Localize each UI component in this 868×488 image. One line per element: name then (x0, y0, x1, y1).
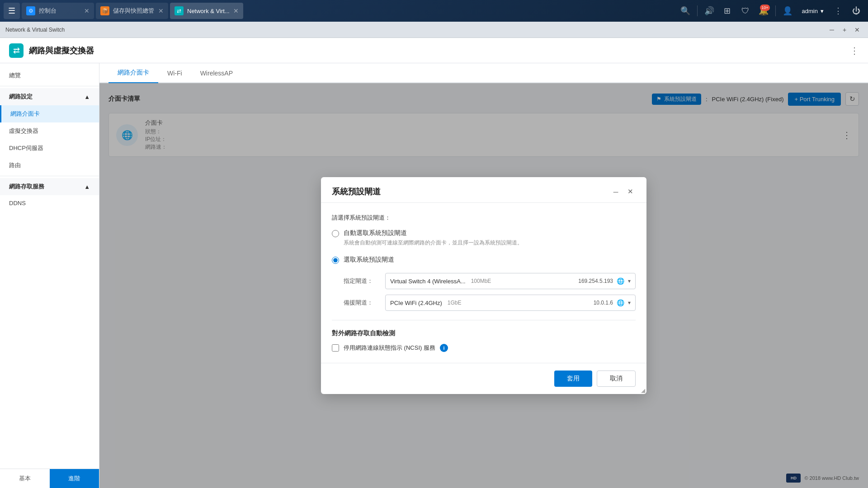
network-tab-close[interactable]: ✕ (233, 7, 239, 14)
window-maximize-button[interactable]: + (839, 24, 850, 35)
taskbar-tab-network[interactable]: ⇄ Network & Virt... ✕ (170, 3, 243, 19)
primary-speed: 100MbE (471, 278, 491, 284)
volume-button[interactable]: 🔊 (701, 3, 717, 19)
modal-instruction: 請選擇系統預設閘道： (332, 214, 636, 222)
radio-manual-input[interactable] (332, 257, 339, 264)
storage-tab-icon: 📦 (100, 6, 109, 15)
search-button[interactable]: 🔍 (677, 3, 693, 19)
taskbar-tabs: ⚙ 控制台 ✕ 📦 儲存與快照總管 ✕ ⇄ Network & Virt... … (22, 3, 675, 19)
window-titlebar: Network & Virtual Switch ─ + ✕ (0, 22, 868, 38)
app-header-icon: ⇄ (9, 43, 24, 58)
radio-manual-label[interactable]: 選取系統預設閘道 (344, 256, 394, 264)
sidebar-item-ddns[interactable]: DDNS (0, 195, 99, 211)
radio-auto-label[interactable]: 自動選取系統預設閘道 (344, 229, 523, 237)
username-label: admin (802, 8, 818, 14)
ncsi-info-icon[interactable]: i (440, 344, 448, 352)
chevron-up-icon-2: ▲ (84, 183, 90, 190)
window-title: Network & Virtual Switch (5, 27, 823, 33)
backup-ip: 10.0.1.6 (594, 300, 613, 306)
sidebar-item-network-settings[interactable]: 網路設定 ▲ (0, 88, 99, 105)
window-close-button[interactable]: ✕ (852, 24, 863, 35)
sidebar-item-network-access[interactable]: 網路存取服務 ▲ (0, 178, 99, 195)
primary-name: Virtual Switch 4 (WirelessA... (390, 278, 466, 285)
modal-divider (332, 320, 636, 320)
sidebar-item-virtual-switch[interactable]: 虛擬交換器 (0, 122, 99, 140)
modal-title: 系統預設閘道 (332, 186, 381, 197)
power-button[interactable]: ⏻ (848, 3, 864, 19)
divider2 (775, 5, 776, 16)
network-tab-icon: ⇄ (175, 6, 184, 15)
radio-auto-input[interactable] (332, 230, 339, 237)
user-icon-button[interactable]: 👤 (779, 3, 796, 19)
tab-wifi[interactable]: Wi-Fi (158, 64, 191, 83)
layers-button[interactable]: ⊞ (719, 3, 736, 19)
ncsi-checkbox[interactable] (332, 344, 339, 352)
sidebar-separator-1 (0, 86, 99, 86)
tabs-bar: 網路介面卡 Wi-Fi WirelessAP (99, 63, 868, 83)
control-tab-label: 控制台 (39, 7, 57, 15)
modal-dialog: 系統預設閘道 ─ ✕ 請選擇系統預設閘道： (321, 177, 646, 394)
window-area: Network & Virtual Switch ─ + ✕ ⇄ 網路與虛擬交換… (0, 22, 868, 488)
primary-gateway-select[interactable]: Virtual Switch 4 (WirelessA... 100MbE 16… (385, 273, 636, 289)
radio-auto-content: 自動選取系統預設閘道 系統會自動偵測可連線至網際網路的介面卡，並且擇一設為系統預… (344, 229, 523, 247)
cancel-button[interactable]: 取消 (597, 371, 636, 387)
radio-option-manual: 選取系統預設閘道 (332, 256, 636, 264)
network-tab-label: Network & Virt... (187, 8, 230, 14)
backup-gateway-row: 備援閘道： PCIe WiFi (2.4GHz) 1GbE 10.0.1.6 🌐 (332, 295, 636, 311)
backup-speed: 1GbE (448, 300, 462, 306)
window-minimize-button[interactable]: ─ (826, 24, 837, 35)
taskbar-tab-storage[interactable]: 📦 儲存與快照總管 ✕ (96, 3, 168, 19)
taskbar-menu-button[interactable]: ☰ (4, 3, 20, 19)
shield-button[interactable]: 🛡 (737, 3, 754, 19)
radio-option-auto: 自動選取系統預設閘道 系統會自動偵測可連線至網際網路的介面卡，並且擇一設為系統預… (332, 229, 636, 247)
radio-auto-desc: 系統會自動偵測可連線至網際網路的介面卡，並且擇一設為系統預設閘道。 (344, 239, 523, 247)
more-options-button[interactable]: ⋮ (830, 3, 846, 19)
sidebar-nav: 總覽 網路設定 ▲ 網路介面卡 虛擬交換器 DHCP伺服器 (0, 63, 99, 215)
sidebar-basic-button[interactable]: 基本 (0, 469, 50, 488)
backup-globe-icon: 🌐 (617, 299, 624, 306)
sidebar-item-overview[interactable]: 總覽 (0, 67, 99, 84)
user-menu[interactable]: admin ▾ (797, 8, 828, 14)
sidebar-footer: 基本 進階 (0, 469, 99, 488)
resize-handle[interactable]: ◢ (639, 387, 646, 394)
ncsi-checkbox-label[interactable]: 停用網路連線狀態指示 (NCSI) 服務 (344, 344, 435, 352)
primary-gateway-row: 指定閘道： Virtual Switch 4 (WirelessA... 100… (332, 273, 636, 289)
backup-gateway-select[interactable]: PCIe WiFi (2.4GHz) 1GbE 10.0.1.6 🌐 ▾ (385, 295, 636, 311)
taskbar-tab-control[interactable]: ⚙ 控制台 ✕ (22, 3, 94, 19)
chevron-up-icon: ▲ (84, 94, 90, 100)
sidebar-advanced-button[interactable]: 進階 (50, 469, 99, 488)
divider (697, 5, 698, 16)
apply-button[interactable]: 套用 (554, 371, 592, 387)
modal-close-button[interactable]: ✕ (625, 186, 636, 197)
backup-field-label: 備援閘道： (344, 299, 380, 307)
user-dropdown-icon: ▾ (821, 8, 824, 14)
sidebar-item-dhcp[interactable]: DHCP伺服器 (0, 140, 99, 157)
storage-tab-close[interactable]: ✕ (158, 7, 164, 14)
sidebar-separator-2 (0, 176, 99, 176)
primary-select-inner: Virtual Switch 4 (WirelessA... 100MbE 16… (390, 277, 624, 285)
window-main-content: 總覽 網路設定 ▲ 網路介面卡 虛擬交換器 DHCP伺服器 (0, 63, 868, 488)
notification-button[interactable]: 🔔 10+ (755, 3, 772, 19)
ncsi-checkbox-row: 停用網路連線狀態指示 (NCSI) 服務 i (332, 344, 636, 352)
modal-body: 請選擇系統預設閘道： 自動選取系統預設閘道 系統會自動偵測可連線至網際網路的介面… (321, 203, 646, 363)
tab-wirelessap[interactable]: WirelessAP (191, 64, 242, 83)
main-panel: 網路介面卡 Wi-Fi WirelessAP 介面卡清單 (99, 63, 868, 488)
sidebar: 總覽 網路設定 ▲ 網路介面卡 虛擬交換器 DHCP伺服器 (0, 63, 99, 488)
tab-network-adapter[interactable]: 網路介面卡 (108, 63, 158, 83)
control-tab-close[interactable]: ✕ (84, 7, 90, 14)
modal-header: 系統預設閘道 ─ ✕ (321, 177, 646, 203)
storage-tab-label: 儲存與快照總管 (113, 7, 154, 15)
modal-minimize-button[interactable]: ─ (610, 186, 621, 197)
sidebar-item-network-adapter[interactable]: 網路介面卡 (0, 105, 99, 122)
sidebar-item-routing[interactable]: 路由 (0, 157, 99, 174)
app-more-button[interactable]: ⋮ (850, 45, 859, 56)
backup-chevron-icon: ▾ (628, 300, 631, 306)
window-controls: ─ + ✕ (826, 24, 863, 35)
taskbar-system-icons: 🔍 🔊 ⊞ 🛡 🔔 10+ 👤 admin ▾ ⋮ ⏻ (677, 3, 864, 19)
modal-header-buttons: ─ ✕ (610, 186, 636, 197)
taskbar: ☰ ⚙ 控制台 ✕ 📦 儲存與快照總管 ✕ ⇄ Network & Virt..… (0, 0, 868, 22)
primary-chevron-icon: ▾ (628, 278, 631, 284)
notification-badge: 10+ (760, 5, 769, 11)
backup-select-inner: PCIe WiFi (2.4GHz) 1GbE 10.0.1.6 🌐 (390, 299, 624, 306)
content-area: 介面卡清單 ⚑ 系統預設閘道 : PCIe WiFi (2.4GHz) (Fix… (99, 83, 868, 488)
